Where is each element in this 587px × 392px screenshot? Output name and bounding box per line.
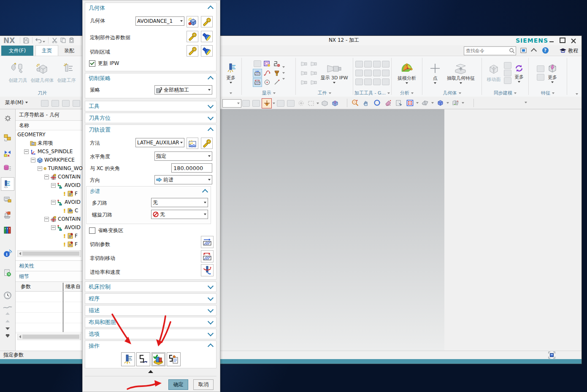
non-cutting-display-button[interactable] (253, 78, 262, 87)
group-label-display[interactable]: 显示 (242, 90, 295, 97)
edit-geometry-button[interactable] (201, 16, 213, 27)
collapse-icon[interactable] (44, 175, 49, 179)
new-method-button[interactable] (187, 138, 198, 149)
list-button[interactable] (167, 352, 181, 366)
tree-row-avoidance-1[interactable]: AVOID (16, 181, 83, 189)
group-label-machining-tools[interactable]: 加工工具 - G... (353, 90, 391, 97)
section-header-strategy[interactable]: 切削策略 (85, 73, 216, 83)
web-browser-tab[interactable]: i (1, 247, 14, 260)
tree-row-geometry[interactable]: GEOMETRY (16, 130, 83, 139)
xc-angle-input[interactable]: 180.00000 (171, 163, 212, 173)
section-header-path-settings[interactable]: 刀轨设置 (85, 125, 216, 135)
ok-button[interactable]: 确定 (168, 379, 188, 390)
cancel-button[interactable]: 取消 (193, 379, 214, 390)
tab-assembly[interactable]: 装配 (58, 46, 80, 56)
strategy-combo[interactable]: 全部精加工 (154, 85, 212, 95)
ribbon-overflow-dropdown[interactable] (576, 93, 578, 95)
minimize-ribbon-button[interactable] (530, 46, 538, 54)
details-band[interactable]: 细节 (16, 271, 83, 282)
edit-method-button[interactable] (201, 138, 213, 149)
copy-button[interactable] (59, 37, 67, 44)
tree-row-workpiece[interactable]: WORKPIECE (16, 156, 83, 164)
clip-dropdown[interactable] (462, 102, 464, 104)
scroll-thumb[interactable] (22, 251, 79, 256)
eraser-button[interactable] (383, 98, 392, 108)
rotate-button[interactable] (372, 98, 381, 108)
group-label-workpiece[interactable]: 工件 (296, 90, 353, 97)
group-label-geometry[interactable]: 几何体 (422, 90, 482, 97)
collapse-icon[interactable] (24, 149, 29, 154)
maximize-button[interactable] (557, 37, 568, 44)
grid-dropdown[interactable] (416, 102, 419, 104)
cut-button[interactable] (50, 37, 59, 44)
save-button[interactable] (22, 37, 30, 44)
collapse-icon[interactable] (38, 166, 42, 171)
feature-more-button[interactable]: 更多 (546, 63, 559, 84)
cutting-params-button[interactable] (201, 236, 214, 248)
tree-row-turning-workpiece[interactable]: TURNING_WO (16, 164, 83, 173)
tree-row-avoidance-2[interactable]: AVOID (16, 198, 83, 206)
edit-cut-region-button[interactable] (187, 45, 198, 57)
cutting-params-display-button[interactable] (253, 69, 262, 78)
sheet-button[interactable] (394, 98, 403, 108)
method-combo[interactable]: LATHE_AUXILIARY (135, 138, 184, 147)
zoom-button[interactable] (350, 98, 360, 108)
tutorial-button[interactable]: 教程 (559, 47, 578, 54)
fullscreen-button[interactable] (519, 46, 527, 54)
column-parameter[interactable]: 参数 (16, 283, 31, 290)
help-button[interactable]: ? (541, 46, 549, 54)
section-header-machine-control[interactable]: 机床控制 (85, 282, 216, 292)
feeds-speeds-button[interactable] (201, 264, 214, 276)
display-boundary-button[interactable] (201, 31, 213, 42)
update-ipw-checkbox[interactable] (89, 60, 95, 67)
details-horizontal-scrollbar[interactable] (17, 333, 81, 340)
tree-row-operation-1[interactable]: !F (16, 189, 83, 198)
operation-navigator-tab[interactable] (1, 177, 14, 191)
more-button[interactable]: 更多 (224, 62, 238, 84)
constraint-navigator-tab[interactable] (1, 147, 14, 160)
group-label-analysis[interactable]: 分析 (392, 90, 422, 97)
pan-button[interactable] (361, 98, 371, 108)
tool-display-button[interactable] (273, 69, 281, 77)
collapse-icon[interactable] (51, 225, 56, 230)
group-label-insert[interactable]: 刀片 (0, 90, 84, 97)
tree-row-unused[interactable]: 未用项 (16, 139, 83, 147)
object-display-button[interactable] (263, 60, 271, 68)
section-header-tool-orientation[interactable]: 刀具方位 (85, 113, 216, 123)
navigator-column-header[interactable]: 名称 (16, 121, 83, 130)
tree-row-containment-2[interactable]: CONTAIN (16, 215, 83, 223)
collapse-icon[interactable] (51, 200, 56, 205)
view-orient-button[interactable] (436, 98, 445, 108)
generate-button[interactable] (121, 352, 135, 366)
fit-view-button[interactable] (548, 351, 555, 360)
tree-row-avoidance-3[interactable]: AVOID (16, 223, 83, 232)
toolpath-display-button[interactable] (273, 60, 281, 68)
search-input[interactable] (464, 48, 509, 54)
group-label-feature[interactable]: 特征 (529, 90, 567, 97)
section-header-layout-layers[interactable]: 布局和图层 (85, 317, 216, 327)
helical-combo[interactable]: 无 (151, 210, 208, 219)
tab-home[interactable]: 主页 (35, 45, 58, 56)
sash-bottom-button[interactable] (5, 335, 10, 338)
show-3d-ipw-button[interactable]: 显示 3D IPW (319, 62, 349, 84)
grid-button[interactable] (405, 98, 414, 108)
scroll-thumb[interactable] (22, 335, 79, 339)
omit-row[interactable]: 省略变换区 (89, 227, 123, 234)
assembly-navigator-tab[interactable] (1, 132, 14, 144)
templates-tab[interactable] (1, 224, 14, 236)
non-cutting-button[interactable] (201, 250, 214, 262)
extract-geometry-button[interactable]: 抽取几何特征 (446, 62, 476, 84)
multi-pass-combo[interactable]: 无 (151, 198, 208, 207)
history-tab[interactable] (1, 267, 14, 279)
machine-tool-navigator-tab[interactable] (1, 193, 14, 206)
snap-dropdown[interactable] (273, 103, 275, 104)
selection-rect-dropdown[interactable] (316, 103, 319, 104)
display-cut-region-button[interactable] (201, 45, 213, 57)
command-finder[interactable] (464, 46, 516, 55)
section-header-options[interactable]: 选项 (85, 329, 216, 339)
view-orient-dropdown[interactable] (446, 102, 449, 104)
section-header-description[interactable]: 描述 (85, 305, 216, 315)
tree-row-containment-1[interactable]: CONTAIN (16, 173, 83, 181)
draft-analysis-button[interactable]: 拔模分析 (396, 62, 417, 84)
geometry-combo[interactable]: AVOIDANCE_1 (135, 16, 184, 26)
